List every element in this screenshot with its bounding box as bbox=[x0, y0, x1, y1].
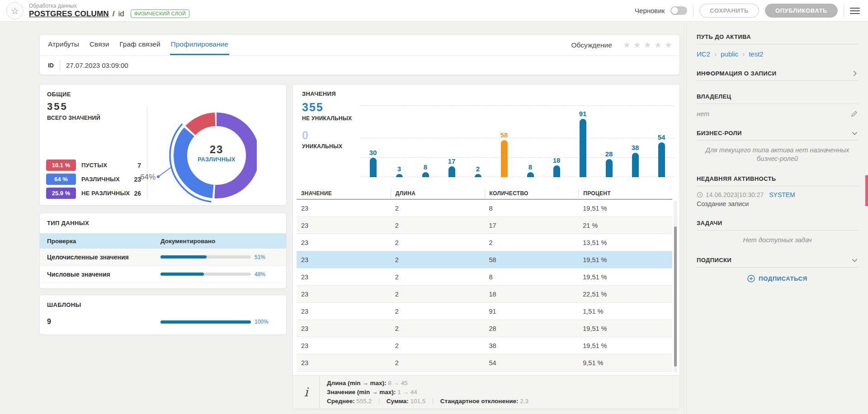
bar-column[interactable]: 58 bbox=[496, 131, 512, 177]
tab[interactable]: Связи bbox=[89, 35, 110, 55]
star-icon[interactable]: ★ bbox=[623, 40, 631, 50]
data-type-card-title: ТИП ДАННЫХ bbox=[47, 220, 89, 226]
chevron-down-icon[interactable] bbox=[851, 130, 858, 136]
plus-circle-icon bbox=[747, 275, 755, 282]
subscribe-button[interactable]: ПОДПИСАТЬСЯ bbox=[697, 275, 858, 282]
tab-bar: АтрибутыСвязиГраф связейПрофилирование bbox=[47, 35, 229, 55]
bar-column[interactable]: 8 bbox=[523, 163, 538, 177]
table-row[interactable]: 232213,51 % bbox=[297, 234, 672, 251]
chevron-down-icon[interactable] bbox=[851, 257, 858, 263]
favorite-star-button[interactable]: ☆ bbox=[6, 2, 24, 19]
tasks-empty-text: Нет доступных задач bbox=[697, 236, 858, 245]
star-icon[interactable]: ★ bbox=[665, 40, 672, 50]
discussion-link[interactable]: Обсуждение bbox=[571, 41, 612, 49]
top-bar: ☆ Обработка данных POSTGRES COLUMN / id … bbox=[0, 0, 868, 22]
data-type-row: Числовые значения48% bbox=[40, 266, 286, 283]
recent-activity-section: НЕДАВНЯЯ АКТИВНОСТЬ 14.06.2023|10:30:27 … bbox=[697, 175, 858, 207]
table-cell: 1,51 % bbox=[578, 308, 672, 315]
bar-value-label: 38 bbox=[632, 144, 639, 151]
bar-column[interactable]: 17 bbox=[444, 157, 459, 177]
table-cell: 23 bbox=[297, 342, 391, 349]
total-values-number: 355 bbox=[47, 101, 100, 113]
bar bbox=[475, 174, 481, 177]
sidebar: ПУТЬ ДО АКТИВА ИС2›public›test2 ИНФОРМАЦ… bbox=[686, 22, 868, 414]
documented-progress-fill bbox=[160, 255, 207, 259]
bar-column[interactable]: 8 bbox=[418, 163, 433, 177]
table-row[interactable]: 2325819,51 % bbox=[297, 251, 672, 268]
values-table-header: ЗНАЧЕНИЕДЛИНАКОЛИЧЕСТВОПРОЦЕНТ bbox=[297, 188, 672, 200]
save-button[interactable]: СОХРАНИТЬ bbox=[699, 4, 759, 18]
activity-entry: 14.06.2023|10:30:27 SYSTEM Создание запи… bbox=[697, 191, 858, 207]
documented-progress bbox=[160, 273, 251, 276]
breadcrumb-link[interactable]: test2 bbox=[749, 50, 764, 58]
bar-column[interactable]: 54 bbox=[654, 133, 669, 177]
table-cell: 2 bbox=[391, 308, 485, 315]
tab[interactable]: Профилирование bbox=[170, 35, 229, 55]
table-row[interactable]: 2322819,51 % bbox=[297, 320, 672, 337]
documented-column-header: Документировано bbox=[160, 238, 215, 245]
chevron-right-icon: › bbox=[714, 50, 717, 58]
bar-column[interactable]: 3 bbox=[392, 165, 407, 177]
bar-column[interactable]: 2 bbox=[470, 165, 486, 177]
table-cell: 21 % bbox=[578, 222, 672, 229]
bar-column[interactable]: 18 bbox=[549, 156, 564, 177]
table-scrollbar[interactable] bbox=[674, 201, 677, 372]
table-cell: 19,51 % bbox=[578, 325, 672, 332]
legend-label: ПУСТЫХ bbox=[81, 162, 107, 169]
tab[interactable]: Атрибуты bbox=[47, 35, 80, 55]
bar-column[interactable]: 38 bbox=[627, 144, 643, 177]
edit-pencil-icon[interactable] bbox=[850, 110, 858, 118]
star-icon[interactable]: ★ bbox=[633, 40, 641, 50]
bar-column[interactable]: 91 bbox=[575, 110, 590, 177]
app-subtitle: Обработка данных bbox=[29, 3, 189, 9]
general-card: ОБЩИЕ 355 ВСЕГО ЗНАЧЕНИЙ 10.1 %ПУСТЫХ764… bbox=[39, 84, 287, 206]
table-row[interactable]: 232819,51 % bbox=[297, 200, 672, 217]
bar-column[interactable]: 28 bbox=[601, 150, 617, 177]
table-row[interactable]: 232911,51 % bbox=[297, 303, 672, 320]
table-cell: 19,51 % bbox=[578, 205, 672, 212]
table-cell: 91 bbox=[485, 308, 579, 315]
scrollbar-thumb[interactable] bbox=[674, 226, 677, 367]
table-row[interactable]: 232549,51 % bbox=[297, 354, 672, 372]
bar bbox=[658, 142, 665, 177]
feedback-edge-tab[interactable] bbox=[865, 175, 868, 206]
breadcrumb-link[interactable]: public bbox=[721, 50, 738, 58]
distinct-donut-svg: 64% bbox=[121, 104, 257, 207]
table-row[interactable]: 2323819,51 % bbox=[297, 337, 672, 354]
callout-dot bbox=[157, 175, 160, 178]
table-row[interactable]: 232819,51 % bbox=[297, 268, 672, 286]
star-icon[interactable]: ★ bbox=[654, 40, 662, 50]
publish-button[interactable]: ОПУБЛИКОВАТЬ bbox=[765, 4, 838, 18]
tab[interactable]: Граф связей bbox=[118, 35, 161, 55]
record-timestamp: 27.07.2023 03:09:00 bbox=[66, 61, 128, 69]
values-table: ЗНАЧЕНИЕДЛИНАКОЛИЧЕСТВОПРОЦЕНТ 232819,51… bbox=[297, 188, 672, 372]
bar-column[interactable]: 30 bbox=[365, 149, 381, 177]
menu-icon[interactable] bbox=[850, 8, 860, 14]
entity-header: Обработка данных POSTGRES COLUMN / id ФИ… bbox=[29, 3, 189, 18]
rating-stars: ★★★★★ bbox=[623, 40, 672, 50]
bar bbox=[553, 165, 560, 177]
layer-badge: ФИЗИЧЕСКИЙ СЛОЙ bbox=[131, 9, 189, 19]
table-cell: 23 bbox=[297, 291, 391, 298]
activity-user-link[interactable]: SYSTEM bbox=[769, 191, 795, 198]
bar-value-label: 18 bbox=[553, 156, 561, 164]
table-cell: 2 bbox=[391, 222, 485, 229]
table-cell: 23 bbox=[297, 205, 391, 212]
breadcrumb-link[interactable]: ИС2 bbox=[697, 50, 710, 58]
callout-line bbox=[158, 167, 171, 177]
tasks-title: ЗАДАЧИ bbox=[697, 220, 722, 226]
star-icon[interactable]: ★ bbox=[644, 40, 651, 50]
table-row[interactable]: 2321822,51 % bbox=[297, 286, 672, 303]
bar bbox=[370, 158, 377, 177]
divider bbox=[60, 61, 60, 71]
chevron-right-icon[interactable] bbox=[851, 70, 858, 77]
business-roles-title: БИЗНЕС-РОЛИ bbox=[697, 130, 742, 136]
table-cell: 19,51 % bbox=[578, 342, 672, 349]
draft-toggle[interactable] bbox=[670, 6, 687, 15]
templates-progress bbox=[160, 320, 251, 324]
documented-percent: 51% bbox=[255, 254, 265, 260]
table-cell: 2 bbox=[391, 342, 485, 349]
tabs-card: АтрибутыСвязиГраф связейПрофилирование О… bbox=[39, 34, 680, 75]
entity-type-link[interactable]: POSTGRES COLUMN bbox=[29, 9, 109, 19]
table-row[interactable]: 2321721 % bbox=[297, 217, 672, 234]
